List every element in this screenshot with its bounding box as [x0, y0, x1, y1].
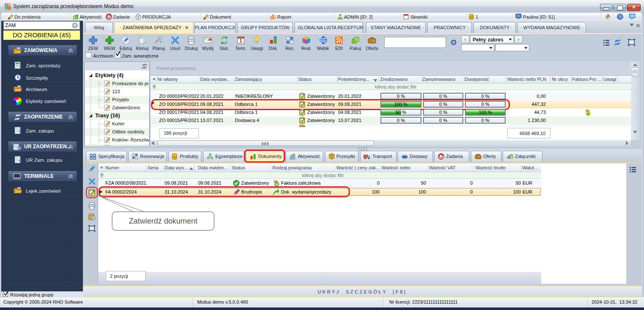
svg-text:?: ? [619, 15, 622, 19]
svg-text:4: 4 [507, 154, 510, 160]
svg-text:1: 1 [239, 39, 242, 43]
svg-text:$: $ [276, 183, 278, 186]
svg-text:$: $ [587, 112, 589, 116]
svg-text:$: $ [373, 40, 374, 43]
